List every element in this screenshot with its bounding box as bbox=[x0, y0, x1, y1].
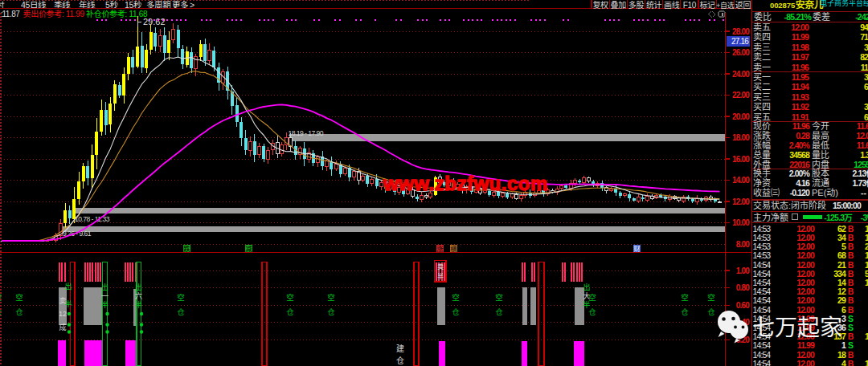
svg-text:空: 空 bbox=[177, 293, 185, 302]
svg-text:卖: 卖 bbox=[437, 263, 444, 270]
svg-text:12.00: 12.00 bbox=[796, 278, 815, 287]
svg-text:12.00: 12.00 bbox=[796, 287, 815, 296]
svg-text:空: 空 bbox=[588, 293, 596, 302]
svg-text:22016: 22016 bbox=[789, 160, 810, 169]
svg-text:卖一: 卖一 bbox=[753, 63, 771, 72]
svg-text:买四: 买四 bbox=[753, 102, 771, 112]
svg-text:仓: 仓 bbox=[681, 307, 689, 316]
svg-text:15:00:00: 15:00:00 bbox=[833, 201, 862, 210]
svg-text:空: 空 bbox=[495, 293, 503, 302]
svg-text:半: 半 bbox=[135, 300, 142, 309]
svg-text:成: 成 bbox=[59, 323, 66, 331]
svg-text:补仓价参考: 11.68: 补仓价参考: 11.68 bbox=[86, 9, 148, 18]
svg-text:1.30: 1.30 bbox=[860, 150, 868, 160]
svg-text:16.00: 16.00 bbox=[732, 155, 750, 164]
svg-text:B: B bbox=[848, 287, 854, 296]
svg-text:流通: 流通 bbox=[812, 177, 829, 188]
svg-text:4.16: 4.16 bbox=[796, 178, 810, 188]
svg-text:34568: 34568 bbox=[789, 150, 810, 160]
svg-text:24.00: 24.00 bbox=[732, 70, 750, 79]
svg-text:最低: 最低 bbox=[812, 140, 829, 150]
svg-text:内盘: 内盘 bbox=[812, 159, 829, 169]
svg-text:收益㈢: 收益㈢ bbox=[753, 187, 780, 197]
svg-text:12: 12 bbox=[837, 287, 846, 296]
svg-text:2.13亿: 2.13亿 bbox=[853, 169, 868, 178]
svg-text:1: 1 bbox=[865, 260, 868, 270]
svg-text:一: 一 bbox=[101, 292, 108, 300]
svg-text:39: 39 bbox=[864, 43, 868, 52]
svg-text:-0.120: -0.120 bbox=[790, 188, 810, 197]
svg-text:12.00: 12.00 bbox=[796, 250, 815, 260]
svg-text:出: 出 bbox=[135, 283, 142, 291]
svg-text:换手: 换手 bbox=[753, 168, 771, 178]
svg-text:F10: F10 bbox=[683, 1, 697, 10]
svg-text:空: 空 bbox=[15, 293, 23, 302]
svg-text:卖: 卖 bbox=[59, 297, 66, 305]
svg-text:27.16: 27.16 bbox=[731, 37, 749, 46]
svg-text:涨幅: 涨幅 bbox=[753, 140, 771, 150]
svg-text:画线: 画线 bbox=[664, 0, 680, 10]
svg-text:11.99: 11.99 bbox=[797, 340, 815, 350]
svg-text:14:54: 14:54 bbox=[753, 269, 772, 279]
svg-text:横: 横 bbox=[450, 245, 457, 253]
svg-text:12.08: 12.08 bbox=[856, 131, 868, 140]
svg-text:39: 39 bbox=[864, 72, 868, 82]
svg-text:14.00: 14.00 bbox=[732, 176, 750, 185]
svg-text:www.zbzfwu.com: www.zbzfwu.com bbox=[383, 173, 548, 194]
svg-text:净资: 净资 bbox=[753, 177, 771, 188]
svg-text:12.00: 12.00 bbox=[796, 242, 815, 251]
svg-text:29: 29 bbox=[837, 295, 846, 305]
svg-text:-2420: -2420 bbox=[855, 12, 868, 22]
svg-text:1: 1 bbox=[865, 224, 868, 234]
svg-text:11.97: 11.97 bbox=[792, 52, 809, 62]
svg-text:半: 半 bbox=[437, 272, 444, 280]
svg-text:14:54: 14:54 bbox=[753, 287, 772, 296]
svg-text:1: 1 bbox=[865, 278, 868, 287]
svg-text:买一: 买一 bbox=[753, 72, 771, 82]
svg-text:+自选: +自选 bbox=[716, 1, 735, 10]
svg-text:仓: 仓 bbox=[495, 307, 503, 316]
svg-text:B: B bbox=[848, 250, 854, 260]
svg-text:12.00: 12.00 bbox=[796, 260, 815, 270]
svg-text:卖四: 卖四 bbox=[753, 32, 771, 42]
svg-text:委比: 委比 bbox=[754, 12, 772, 22]
svg-text:14:54: 14:54 bbox=[753, 350, 772, 360]
svg-text:2.40%: 2.40% bbox=[789, 140, 811, 150]
svg-text:11.65: 11.65 bbox=[857, 121, 868, 131]
svg-text:11.96: 11.96 bbox=[792, 63, 809, 72]
svg-text:2: 2 bbox=[865, 242, 868, 251]
svg-text:2.00%: 2.00% bbox=[789, 169, 811, 178]
svg-text:空: 空 bbox=[327, 293, 335, 302]
svg-text:卖二: 卖二 bbox=[753, 52, 771, 62]
svg-text:B: B bbox=[848, 269, 854, 279]
svg-text:1: 1 bbox=[865, 331, 868, 341]
svg-text:11.92: 11.92 bbox=[792, 102, 809, 112]
svg-text:12.00: 12.00 bbox=[796, 224, 815, 234]
svg-text:空: 空 bbox=[452, 293, 460, 302]
svg-text:18.19 - 17.90: 18.19 - 17.90 bbox=[289, 129, 324, 137]
svg-text:空: 空 bbox=[707, 293, 715, 302]
svg-text:1.73亿: 1.73亿 bbox=[853, 178, 868, 188]
svg-text:卖三: 卖三 bbox=[753, 43, 771, 52]
svg-text:空: 空 bbox=[286, 293, 294, 302]
svg-text:量比: 量比 bbox=[812, 150, 829, 160]
svg-text:-125.3万: -125.3万 bbox=[824, 213, 853, 222]
svg-text:买三: 买三 bbox=[753, 92, 771, 102]
svg-text:949: 949 bbox=[860, 22, 868, 32]
svg-text:11.96: 11.96 bbox=[792, 121, 810, 131]
svg-text:11.95: 11.95 bbox=[792, 72, 809, 82]
svg-text:11.87: 11.87 bbox=[2, 10, 21, 18]
svg-text:PE(动): PE(动) bbox=[812, 188, 838, 197]
svg-text:建: 建 bbox=[396, 344, 404, 353]
svg-text:1: 1 bbox=[865, 359, 868, 366]
svg-text:统计: 统计 bbox=[646, 0, 662, 10]
svg-text:12.00: 12.00 bbox=[796, 359, 815, 366]
svg-text:空: 空 bbox=[681, 293, 689, 302]
svg-text:S: S bbox=[848, 323, 854, 332]
svg-text:卖五: 卖五 bbox=[753, 22, 771, 32]
svg-text:14:53: 14:53 bbox=[753, 233, 772, 242]
svg-text:六: 六 bbox=[135, 291, 142, 300]
svg-text:B: B bbox=[848, 242, 854, 251]
svg-text:仓: 仓 bbox=[327, 307, 335, 316]
svg-text:18: 18 bbox=[837, 350, 846, 360]
